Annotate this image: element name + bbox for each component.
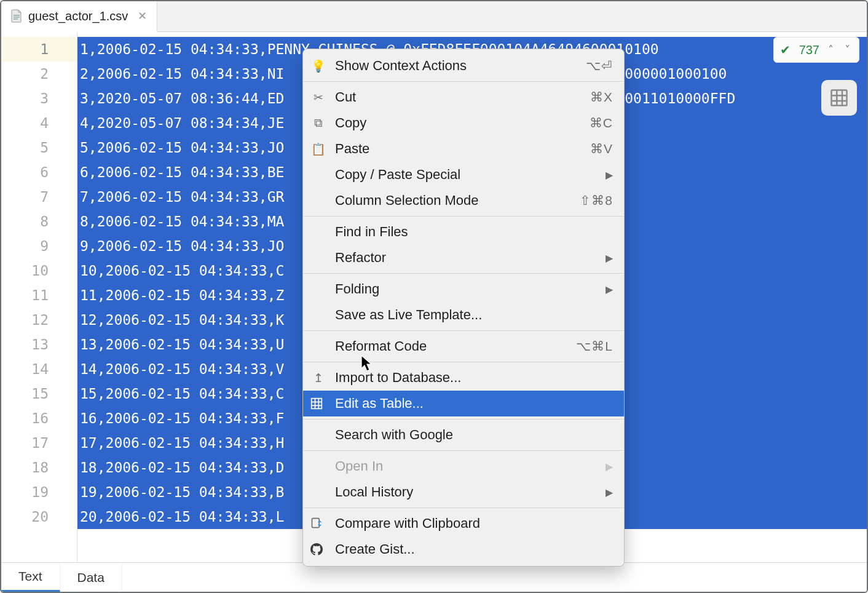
- menu-folding[interactable]: Folding ▶: [303, 276, 624, 302]
- menu-label: Find in Files: [335, 224, 613, 240]
- menu-cut[interactable]: ✂ Cut ⌘X: [303, 84, 624, 110]
- chevron-right-icon: ▶: [606, 252, 613, 264]
- line-number[interactable]: 18: [1, 455, 77, 480]
- menu-copy-paste-special[interactable]: Copy / Paste Special ▶: [303, 162, 624, 188]
- line-number[interactable]: 16: [1, 406, 77, 431]
- menu-paste[interactable]: 📋 Paste ⌘V: [303, 136, 624, 162]
- gutter: 1234567891011121314151617181920: [1, 32, 77, 562]
- check-icon: [780, 42, 793, 57]
- line-number[interactable]: 20: [1, 504, 77, 529]
- copy-icon: ⧉: [310, 116, 326, 130]
- menu-open-in: Open In ▶: [303, 453, 624, 479]
- chevron-right-icon: ▶: [606, 169, 613, 181]
- file-tabs-bar: guest_actor_1.csv ✕: [1, 1, 867, 32]
- chevron-down-icon[interactable]: ˅: [842, 43, 853, 57]
- menu-refactor[interactable]: Refactor ▶: [303, 245, 624, 271]
- svg-rect-8: [312, 399, 322, 409]
- table-view-button[interactable]: [821, 80, 857, 116]
- menu-find-in-files[interactable]: Find in Files: [303, 219, 624, 245]
- svg-marker-15: [318, 525, 322, 527]
- menu-shortcut: ⌥⏎: [586, 58, 613, 73]
- line-number[interactable]: 12: [1, 308, 77, 332]
- svg-rect-13: [312, 519, 320, 528]
- menu-save-live-template[interactable]: Save as Live Template...: [303, 302, 624, 328]
- menu-reformat-code[interactable]: Reformat Code ⌥⌘L: [303, 333, 624, 359]
- menu-shortcut: ⌘V: [590, 141, 613, 156]
- menu-label: Reformat Code: [335, 338, 567, 354]
- menu-shortcut: ⌘X: [590, 90, 613, 105]
- clipboard-icon: 📋: [310, 142, 326, 156]
- menu-label: Cut: [335, 89, 582, 105]
- line-number[interactable]: 3: [1, 86, 77, 111]
- chevron-up-icon[interactable]: ˄: [826, 43, 836, 57]
- line-number[interactable]: 6: [1, 160, 77, 185]
- line-number[interactable]: 14: [1, 357, 77, 381]
- menu-create-gist[interactable]: Create Gist...: [303, 536, 624, 562]
- menu-edit-as-table[interactable]: Edit as Table...: [303, 391, 624, 416]
- line-number[interactable]: 15: [1, 381, 77, 406]
- menu-shortcut: ⌘C: [590, 116, 613, 130]
- inspection-widget[interactable]: 737 ˄ ˅: [773, 37, 859, 63]
- menu-label: Import to Database...: [335, 370, 613, 386]
- tab-text-label: Text: [18, 569, 42, 584]
- menu-separator: [303, 507, 624, 508]
- tab-data-label: Data: [77, 570, 105, 585]
- file-tab-label: guest_actor_1.csv: [28, 9, 128, 23]
- menu-copy[interactable]: ⧉ Copy ⌘C: [303, 110, 624, 136]
- menu-separator: [303, 81, 624, 82]
- import-icon: ↥: [310, 371, 326, 385]
- line-number[interactable]: 1: [1, 37, 77, 62]
- svg-rect-3: [832, 90, 847, 106]
- menu-import-database[interactable]: ↥ Import to Database...: [303, 365, 624, 391]
- line-number[interactable]: 5: [1, 135, 77, 160]
- scissors-icon: ✂: [310, 90, 326, 105]
- chevron-right-icon: ▶: [606, 487, 613, 498]
- menu-label: Refactor: [335, 250, 597, 266]
- line-number[interactable]: 4: [1, 111, 77, 135]
- menu-label: Copy / Paste Special: [335, 167, 597, 183]
- file-tab[interactable]: guest_actor_1.csv ✕: [1, 1, 157, 32]
- line-number[interactable]: 11: [1, 283, 77, 308]
- line-number[interactable]: 2: [1, 62, 77, 86]
- menu-shortcut: ⇧⌘8: [580, 193, 613, 208]
- menu-label: Create Gist...: [335, 541, 613, 557]
- menu-label: Show Context Actions: [335, 58, 577, 74]
- menu-label: Copy: [335, 115, 581, 131]
- menu-separator: [303, 362, 624, 362]
- line-number[interactable]: 7: [1, 185, 77, 209]
- svg-marker-14: [318, 520, 322, 522]
- close-icon[interactable]: ✕: [138, 9, 147, 23]
- menu-compare-clipboard[interactable]: Compare with Clipboard: [303, 511, 624, 536]
- line-number[interactable]: 13: [1, 332, 77, 357]
- grid-icon: [830, 89, 848, 107]
- line-number[interactable]: 10: [1, 258, 77, 283]
- context-menu: 💡 Show Context Actions ⌥⏎ ✂ Cut ⌘X ⧉ Cop…: [302, 49, 625, 567]
- menu-label: Open In: [335, 458, 597, 474]
- svg-rect-0: [14, 15, 20, 16]
- github-icon: [310, 543, 326, 555]
- menu-separator: [303, 273, 624, 274]
- menu-separator: [303, 419, 624, 420]
- menu-separator: [303, 330, 624, 331]
- menu-search-google[interactable]: Search with Google: [303, 422, 624, 448]
- tab-data[interactable]: Data: [60, 563, 122, 592]
- menu-label: Local History: [335, 484, 597, 500]
- chevron-right-icon: ▶: [606, 284, 613, 295]
- line-number[interactable]: 19: [1, 480, 77, 504]
- menu-separator: [303, 450, 624, 451]
- svg-rect-1: [14, 17, 20, 18]
- chevron-right-icon: ▶: [606, 461, 613, 472]
- bottom-tabs: Text Data: [1, 562, 867, 592]
- tab-text[interactable]: Text: [1, 563, 60, 592]
- menu-label: Column Selection Mode: [335, 193, 571, 209]
- menu-local-history[interactable]: Local History ▶: [303, 479, 624, 505]
- compare-icon: [310, 517, 326, 530]
- line-number[interactable]: 17: [1, 431, 77, 455]
- menu-label: Folding: [335, 281, 597, 297]
- line-number[interactable]: 8: [1, 209, 77, 234]
- menu-show-context-actions[interactable]: 💡 Show Context Actions ⌥⏎: [303, 53, 624, 79]
- menu-shortcut: ⌥⌘L: [576, 339, 613, 354]
- line-number[interactable]: 9: [1, 234, 77, 258]
- menu-column-selection[interactable]: Column Selection Mode ⇧⌘8: [303, 188, 624, 213]
- menu-separator: [303, 216, 624, 217]
